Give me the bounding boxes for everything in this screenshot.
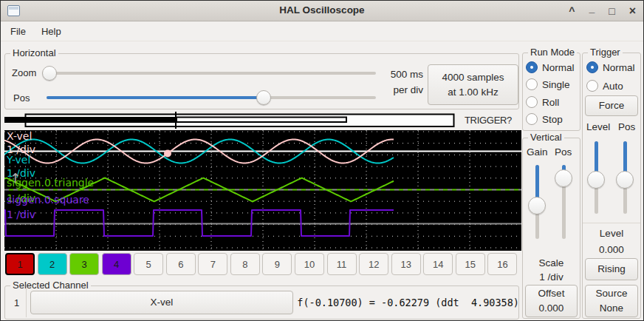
channel-button-6[interactable]: 6 <box>166 253 196 275</box>
channel-button-12[interactable]: 12 <box>359 253 388 275</box>
minimize-icon[interactable]: _ <box>589 0 595 18</box>
scope-canvas <box>4 130 521 251</box>
trigger-level-col-label: Level <box>586 121 610 132</box>
vertical-scale-label: Scale <box>523 257 580 268</box>
run-mode-label-single: Single <box>542 79 570 90</box>
channel-button-8[interactable]: 8 <box>230 253 260 275</box>
channel-1-name-label: X-vel <box>7 131 32 142</box>
channel-source-button[interactable]: X-vel <box>30 291 293 314</box>
pos-slider-handle[interactable] <box>256 90 271 105</box>
menu-file[interactable]: File <box>10 26 26 37</box>
pos-slider-fill <box>47 96 264 99</box>
menu-help[interactable]: Help <box>41 26 61 37</box>
trigger-radio-auto[interactable] <box>586 80 598 92</box>
vertical-scale-value: 1 /div <box>523 271 580 283</box>
trigger-frame-label: Trigger <box>588 47 623 58</box>
channel-button-13[interactable]: 13 <box>391 253 421 275</box>
channel-button-16[interactable]: 16 <box>487 253 517 275</box>
channel-button-15[interactable]: 15 <box>456 253 485 275</box>
selected-channel-frame-label: Selected Channel <box>10 280 91 291</box>
trigger-radio-normal[interactable] <box>586 61 598 73</box>
trigger-label-normal: Normal <box>603 62 635 73</box>
channel-button-5[interactable]: 5 <box>134 253 163 275</box>
channel-button-7[interactable]: 7 <box>198 253 227 275</box>
channel-button-1[interactable]: 1 <box>5 253 35 275</box>
channel-4-scale-label: 1 /div <box>7 209 35 220</box>
channel-button-3[interactable]: 3 <box>69 253 99 275</box>
record-position-indicator <box>4 110 521 130</box>
channel-button-11[interactable]: 11 <box>327 253 357 275</box>
force-button[interactable]: Force <box>585 95 638 116</box>
run-mode-radio-stop[interactable] <box>526 113 538 125</box>
vertical-offset-button[interactable]: Offset 0.000 <box>525 285 578 317</box>
trigger-level-label: Level <box>583 228 640 239</box>
trigger-level-value: 0.000 <box>583 244 640 255</box>
vertical-gain-slider-handle[interactable] <box>528 197 546 214</box>
channel-button-4[interactable]: 4 <box>102 253 131 275</box>
pos-label: Pos <box>13 92 30 104</box>
trigger-level-slider-handle[interactable] <box>587 171 605 189</box>
sample-rate-button[interactable]: 4000 samples at 1.00 kHz <box>428 64 518 105</box>
zoom-slider-track[interactable] <box>42 72 376 75</box>
hal-oscilloscope-window: HAL Oscilloscope ^ _ □ × File Help Horiz… <box>0 0 644 321</box>
channel-button-2[interactable]: 2 <box>38 253 67 275</box>
menu-bar: File Help <box>1 21 643 41</box>
horizontal-frame-label: Horizontal <box>10 47 58 58</box>
trigger-label-auto: Auto <box>603 81 623 92</box>
divider <box>583 223 640 223</box>
trigger-pos-slider-handle[interactable] <box>616 171 634 189</box>
channel-button-14[interactable]: 14 <box>423 253 453 275</box>
run-mode-label-stop: Stop <box>542 114 563 125</box>
divider <box>26 288 27 317</box>
window-title: HAL Oscilloscope <box>1 4 643 16</box>
time-per-div-label: 500 ms per div <box>374 67 423 98</box>
channel-value-readout: f(-0.10700) = -0.62279 (ddt 4.90358) <box>296 297 519 308</box>
trigger-pos-col-label: Pos <box>618 121 635 132</box>
vertical-gain-col-label: Gain <box>527 146 548 158</box>
vertical-frame-label: Vertical <box>528 132 564 143</box>
vertical-pos-slider-handle[interactable] <box>555 169 572 187</box>
zoom-label: Zoom <box>12 67 36 78</box>
trigger-edge-button[interactable]: Rising <box>585 258 638 280</box>
run-mode-label-roll: Roll <box>542 97 559 108</box>
run-mode-radio-single[interactable] <box>526 78 538 90</box>
channel-4-name-label: siggen.0.square <box>7 195 89 206</box>
channel-2-name-label: Y-vel <box>7 155 30 166</box>
zoom-slider-handle[interactable] <box>42 66 57 81</box>
run-mode-label-normal: Normal <box>542 62 575 73</box>
run-mode-radio-normal[interactable] <box>526 61 538 73</box>
channel-button-9[interactable]: 9 <box>262 253 292 275</box>
selected-channel-number: 1 <box>14 297 19 308</box>
title-bar: HAL Oscilloscope ^ _ □ × <box>1 1 643 21</box>
close-icon[interactable]: × <box>629 1 636 21</box>
vertical-pos-col-label: Pos <box>555 146 572 158</box>
run-mode-frame-label: Run Mode <box>528 47 577 58</box>
channel-button-10[interactable]: 10 <box>295 253 324 275</box>
trigger-status-label: TRIGGER? <box>457 115 519 126</box>
shade-icon[interactable]: ^ <box>569 1 575 21</box>
maximize-icon[interactable]: □ <box>609 1 614 21</box>
scope-display[interactable]: X-vel 1 /div Y-vel 1 /div ↑ siggen.0.tri… <box>4 130 521 251</box>
trigger-source-button[interactable]: Source None <box>585 285 638 317</box>
channel-3-name-label: siggen.0.triangle <box>7 178 94 189</box>
run-mode-radio-roll[interactable] <box>526 96 538 108</box>
